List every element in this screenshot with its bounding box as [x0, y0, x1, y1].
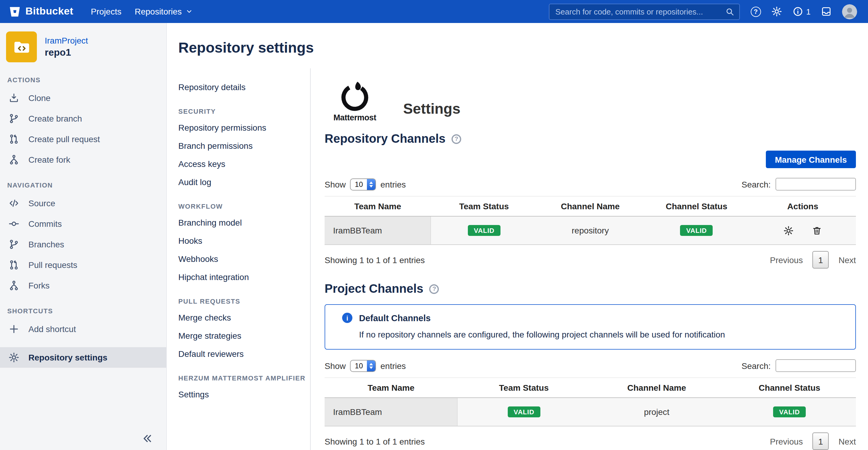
sidebar-item-add-shortcut[interactable]: Add shortcut — [0, 319, 166, 339]
chevron-down-icon — [185, 8, 192, 15]
settings-nav-default-reviewers[interactable]: Default reviewers — [178, 345, 304, 363]
avatar-silhouette-icon — [842, 4, 857, 19]
sidebar-item-forks[interactable]: Forks — [0, 275, 166, 296]
settings-nav-hooks[interactable]: Hooks — [178, 232, 304, 250]
current-page-button[interactable]: 1 — [812, 251, 829, 269]
sidebar-section-navigation: Navigation — [7, 181, 166, 189]
sidebar-item-create-branch[interactable]: Create branch — [0, 108, 166, 129]
repo-table-search: Search: — [742, 178, 856, 190]
column-actions[interactable]: Actions — [749, 196, 856, 216]
help-icon[interactable] — [751, 6, 761, 17]
settings-nav-access-keys[interactable]: Access keys — [178, 155, 304, 173]
repo-table-footer: Showing 1 to 1 of 1 entries Previous 1 N… — [324, 245, 856, 276]
info-icon — [342, 313, 352, 323]
settings-nav-section-pull-requests: Pull requests — [178, 298, 304, 305]
main-page: Repository settings Repository details S… — [167, 23, 868, 450]
settings-nav-audit-log[interactable]: Audit log — [178, 173, 304, 191]
page-size-value: 10 — [350, 179, 367, 190]
project-table-search-input[interactable] — [776, 359, 856, 372]
column-channel-status[interactable]: Channel Status — [723, 378, 856, 398]
next-page-button[interactable]: Next — [838, 255, 856, 265]
settings-nav-merge-strategies[interactable]: Merge strategies — [178, 327, 304, 345]
inbox-icon[interactable] — [821, 6, 832, 17]
page-size-value: 10 — [350, 360, 367, 371]
top-navigation: Projects Repositories — [84, 2, 199, 21]
sidebar-section-shortcuts: Shortcuts — [7, 307, 166, 314]
clone-icon — [8, 93, 19, 103]
settings-nav-webhooks[interactable]: Webhooks — [178, 250, 304, 268]
sidebar-item-create-fork[interactable]: Create fork — [0, 149, 166, 170]
sidebar-item-label: Create pull request — [28, 134, 100, 144]
settings-nav-hipchat-integration[interactable]: Hipchat integration — [178, 268, 304, 286]
next-page-button[interactable]: Next — [838, 437, 856, 446]
page-size-select[interactable]: 10 — [350, 178, 376, 190]
topnav-repositories[interactable]: Repositories — [128, 2, 199, 21]
notification-count: 1 — [806, 7, 811, 16]
sidebar-item-label: Add shortcut — [28, 324, 76, 334]
gear-icon[interactable] — [771, 6, 782, 17]
repo-name: repo1 — [45, 47, 88, 58]
sidebar-item-create-pull-request[interactable]: Create pull request — [0, 129, 166, 149]
settings-nav: Repository details Security Repository p… — [167, 68, 311, 450]
previous-page-button[interactable]: Previous — [770, 437, 803, 446]
column-team-name[interactable]: Team Name — [324, 378, 458, 398]
user-avatar[interactable] — [842, 4, 857, 19]
sidebar-item-label: Forks — [28, 281, 50, 290]
mattermost-logo-icon — [339, 81, 371, 112]
bitbucket-home-link[interactable]: Bitbucket — [8, 5, 73, 18]
help-icon[interactable] — [430, 284, 439, 294]
delete-trash-icon[interactable] — [812, 225, 822, 236]
table-row: IramBBTeam VALID repository VALID — [324, 216, 856, 245]
repository-channels-table: Team Name Team Status Channel Name Chann… — [324, 196, 856, 245]
project-avatar[interactable] — [6, 31, 37, 62]
double-chevron-left-icon — [141, 432, 153, 445]
column-team-name[interactable]: Team Name — [324, 196, 431, 216]
sidebar-item-clone[interactable]: Clone — [0, 88, 166, 108]
collapse-sidebar-button[interactable] — [141, 432, 153, 445]
page-size-select[interactable]: 10 — [350, 360, 376, 372]
manage-channels-button[interactable]: Manage Channels — [766, 151, 856, 168]
sidebar-item-pull-requests[interactable]: Pull requests — [0, 254, 166, 275]
settings-nav-section-workflow: Workflow — [178, 203, 304, 210]
settings-nav-mattermost-settings[interactable]: Settings — [178, 385, 304, 403]
project-name-link[interactable]: IramProject — [45, 36, 88, 46]
topnav-projects[interactable]: Projects — [84, 2, 128, 21]
project-table-footer: Showing 1 to 1 of 1 entries Previous 1 N… — [324, 426, 856, 450]
settings-nav-branching-model[interactable]: Branching model — [178, 213, 304, 232]
edit-settings-gear-icon[interactable] — [783, 225, 794, 236]
column-channel-name[interactable]: Channel Name — [537, 196, 644, 216]
project-channels-heading-row: Project Channels — [324, 282, 856, 296]
previous-page-button[interactable]: Previous — [770, 255, 803, 265]
sidebar-item-label: Commits — [28, 219, 62, 229]
repo-table-search-input[interactable] — [776, 178, 856, 190]
settings-nav-merge-checks[interactable]: Merge checks — [178, 308, 304, 327]
settings-nav-repository-details[interactable]: Repository details — [178, 78, 304, 96]
column-team-status[interactable]: Team Status — [431, 196, 537, 216]
repo-table-controls: Show 10 entries Search: — [324, 178, 856, 190]
show-label: Show — [324, 179, 346, 189]
sidebar-item-label: Branches — [28, 240, 64, 249]
cell-channel-name: project — [590, 398, 723, 426]
topbar-icons: 1 — [751, 4, 857, 19]
global-search-box[interactable] — [549, 3, 740, 20]
sidebar-item-source[interactable]: Source — [0, 193, 166, 213]
global-search-input[interactable] — [556, 7, 725, 16]
page-title: Repository settings — [167, 23, 868, 68]
column-channel-status[interactable]: Channel Status — [644, 196, 750, 216]
sidebar-item-repository-settings[interactable]: Repository settings — [0, 347, 166, 368]
sidebar-item-commits[interactable]: Commits — [0, 213, 166, 234]
mattermost-settings-panel: Mattermost Settings Repository Channels … — [311, 68, 868, 450]
settings-nav-repository-permissions[interactable]: Repository permissions — [178, 119, 304, 137]
project-table-controls: Show 10 entries Search: — [324, 359, 856, 372]
column-team-status[interactable]: Team Status — [458, 378, 591, 398]
sidebar-item-branches[interactable]: Branches — [0, 234, 166, 254]
column-channel-name[interactable]: Channel Name — [590, 378, 723, 398]
status-badge: VALID — [680, 225, 713, 236]
current-page-button[interactable]: 1 — [812, 432, 829, 450]
notifications-button[interactable]: 1 — [793, 6, 811, 17]
settings-nav-branch-permissions[interactable]: Branch permissions — [178, 137, 304, 155]
settings-nav-section-herzum-mattermost-amplifier: Herzum Mattermost Amplifier — [178, 374, 304, 382]
topnav-repositories-label: Repositories — [135, 7, 182, 16]
cell-team-status: VALID — [458, 398, 591, 426]
help-icon[interactable] — [452, 134, 461, 144]
